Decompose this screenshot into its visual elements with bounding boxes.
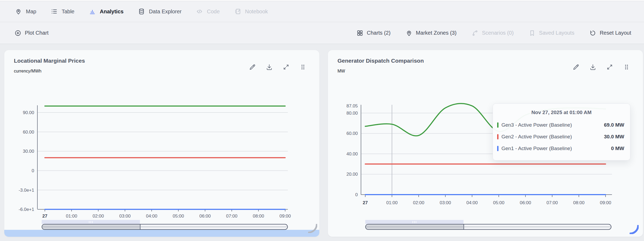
code-icon: [196, 8, 203, 15]
bar-chart-icon: [89, 8, 96, 15]
tab-analytics[interactable]: Analytics: [89, 8, 124, 15]
svg-text:04:00: 04:00: [146, 214, 158, 219]
analytics-workspace: Map Table Analytics Data Explorer Code N…: [0, 0, 644, 241]
svg-text:0: 0: [355, 192, 358, 197]
database-icon: [138, 8, 145, 15]
tooltip-timestamp: Nov 27, 2025 at 01:00 AM: [493, 110, 630, 115]
tab-notebook: Notebook: [234, 8, 268, 15]
svg-text:80.00: 80.00: [346, 111, 358, 116]
charts-button[interactable]: Charts (2): [356, 30, 391, 37]
lmp-chart-canvas[interactable]: 90.0060.0030.000-3.0e+1-6.0e+12701:0002:…: [4, 50, 319, 237]
reset-icon: [589, 30, 596, 37]
svg-text:02:00: 02:00: [93, 214, 104, 219]
svg-text:-3.0e+1: -3.0e+1: [19, 188, 34, 193]
branch-icon: [472, 30, 478, 37]
plot-chart-button[interactable]: Plot Chart: [14, 30, 49, 37]
tab-map[interactable]: Map: [15, 8, 36, 15]
top-tab-bar: Map Table Analytics Data Explorer Code N…: [0, 1, 644, 22]
svg-text:05:00: 05:00: [173, 214, 184, 219]
plot-chart-label: Plot Chart: [25, 30, 49, 36]
resize-handle-gray[interactable]: [308, 224, 317, 233]
tab-label: Code: [207, 9, 220, 15]
chart-tooltip: Nov 27, 2025 at 01:00 AM Gen3 - Active P…: [493, 103, 630, 160]
bookmark-icon: [529, 30, 536, 37]
svg-text:20.00: 20.00: [346, 172, 358, 177]
svg-text:06:00: 06:00: [199, 214, 211, 219]
series-value: 0 MW: [611, 146, 624, 151]
svg-text:30.00: 30.00: [23, 149, 34, 154]
series-value: 30.0 MW: [604, 134, 624, 140]
svg-text:90.00: 90.00: [23, 110, 34, 115]
range-scrollbar[interactable]: [42, 224, 288, 230]
svg-text:02:00: 02:00: [413, 200, 425, 205]
series-value: 69.0 MW: [604, 122, 624, 128]
tooltip-row: Gen1 - Active Power (Baseline) 0 MW: [493, 143, 630, 154]
range-selector-handle[interactable]: [42, 220, 140, 224]
tooltip-row: Gen3 - Active Power (Baseline) 69.0 MW: [493, 119, 630, 131]
map-pin-icon: [15, 8, 22, 15]
tab-label: Table: [62, 9, 74, 15]
grip-icon: [89, 221, 93, 223]
svg-text:06:00: 06:00: [520, 200, 531, 205]
svg-text:27: 27: [42, 214, 48, 219]
svg-text:87.05: 87.05: [346, 103, 358, 109]
tab-table[interactable]: Table: [51, 8, 74, 15]
svg-text:07:00: 07:00: [226, 214, 238, 219]
saved-layouts-button: Saved Layouts: [529, 30, 574, 37]
chart-toolbar: Plot Chart Charts (2) Market Zones (3) S…: [0, 22, 644, 44]
tab-data-explorer[interactable]: Data Explorer: [138, 8, 182, 15]
series-label: Gen3 - Active Power (Baseline): [501, 122, 572, 128]
lmp-chart-card: Locational Marginal Prices currency/MWh …: [4, 50, 319, 237]
svg-text:03:00: 03:00: [119, 214, 131, 219]
svg-text:05:00: 05:00: [493, 200, 505, 205]
saved-layouts-button-label: Saved Layouts: [539, 30, 574, 36]
series-marker-green: [497, 122, 498, 128]
tab-label: Notebook: [245, 9, 268, 15]
range-scrollbar[interactable]: [365, 224, 611, 230]
charts-button-label: Charts (2): [367, 30, 391, 36]
plus-circle-icon: [14, 30, 21, 37]
tooltip-row: Gen2 - Active Power (Baseline) 30.0 MW: [493, 131, 630, 143]
toolbar-right-group: Charts (2) Market Zones (3) Scenarios (0…: [356, 30, 631, 37]
svg-text:60.00: 60.00: [346, 131, 358, 136]
range-selector-handle[interactable]: [365, 220, 464, 224]
svg-text:09:00: 09:00: [280, 214, 291, 219]
list-icon: [51, 8, 58, 15]
svg-text:01:00: 01:00: [386, 200, 398, 205]
svg-text:40.00: 40.00: [346, 151, 358, 156]
notebook-icon: [234, 8, 241, 15]
svg-text:09:00: 09:00: [600, 200, 611, 205]
tab-label: Analytics: [100, 9, 124, 15]
tab-code: Code: [196, 8, 220, 15]
svg-text:01:00: 01:00: [66, 214, 77, 219]
tab-label: Data Explorer: [149, 9, 182, 15]
svg-text:0: 0: [32, 168, 34, 173]
scenarios-button: Scenarios (0): [472, 30, 514, 37]
market-zones-button[interactable]: Market Zones (3): [406, 30, 457, 37]
svg-text:04:00: 04:00: [466, 200, 478, 205]
svg-text:07:00: 07:00: [547, 200, 558, 205]
series-marker-blue: [497, 146, 498, 151]
series-marker-red: [497, 134, 498, 139]
scenarios-button-label: Scenarios (0): [482, 30, 514, 36]
svg-text:03:00: 03:00: [440, 200, 451, 205]
scrollbar-midline: [42, 227, 287, 227]
scrollbar-midline: [366, 227, 611, 227]
reset-layout-button-label: Reset Layout: [600, 30, 631, 36]
card-resize-highlight: [4, 230, 319, 237]
svg-text:60.00: 60.00: [23, 130, 34, 135]
tab-label: Map: [26, 9, 36, 15]
map-pin-icon: [406, 30, 413, 37]
svg-text:27: 27: [363, 200, 368, 205]
series-label: Gen2 - Active Power (Baseline): [501, 134, 572, 140]
svg-text:08:00: 08:00: [573, 200, 585, 205]
series-label: Gen1 - Active Power (Baseline): [501, 146, 572, 151]
svg-text:08:00: 08:00: [253, 214, 264, 219]
grip-icon: [413, 221, 416, 223]
resize-handle-blue[interactable]: [630, 225, 639, 234]
grid-icon: [356, 30, 363, 37]
reset-layout-button[interactable]: Reset Layout: [589, 30, 631, 37]
market-zones-button-label: Market Zones (3): [416, 30, 457, 36]
svg-text:-6.0e+1: -6.0e+1: [19, 207, 34, 212]
